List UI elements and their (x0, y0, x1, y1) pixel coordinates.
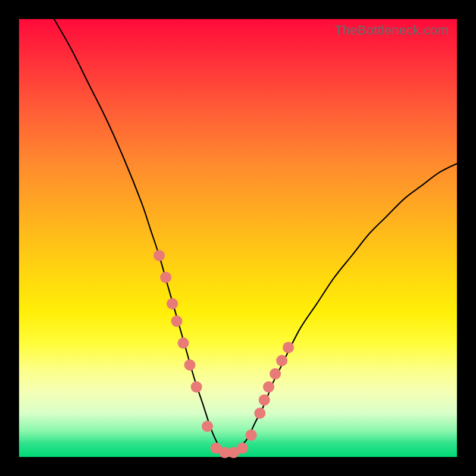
curve-layer (19, 19, 457, 457)
marker-dots (154, 250, 294, 458)
marker-dot (154, 250, 165, 261)
plot-area: TheBottleneck.com (19, 19, 457, 457)
marker-dot (202, 421, 213, 432)
marker-dot (270, 368, 281, 380)
marker-dot (184, 359, 196, 371)
marker-dot (246, 430, 257, 441)
bottleneck-curve (54, 19, 457, 453)
marker-dot (191, 381, 202, 393)
marker-dot (254, 408, 265, 419)
marker-dot (178, 337, 189, 349)
marker-dot (259, 394, 270, 406)
chart-frame: TheBottleneck.com (0, 0, 476, 476)
marker-dot (237, 443, 248, 454)
marker-dot (276, 355, 287, 367)
marker-dot (160, 272, 171, 283)
marker-dot (283, 342, 294, 353)
marker-dot (167, 298, 178, 309)
marker-dot (263, 381, 274, 393)
marker-dot (171, 315, 183, 327)
